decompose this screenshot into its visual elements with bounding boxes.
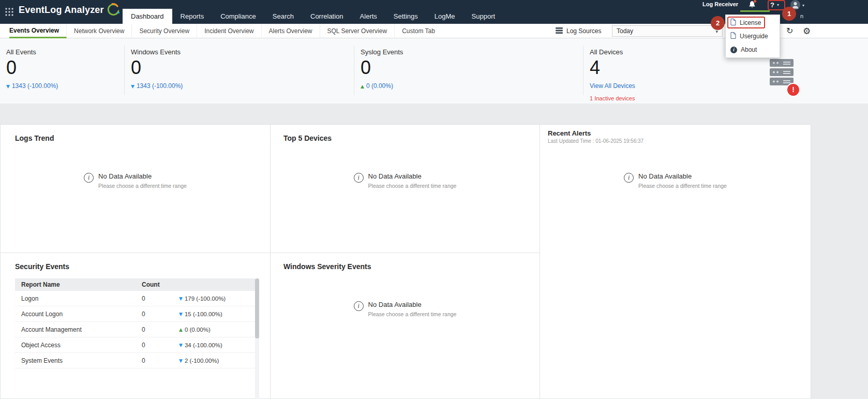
no-data-message: i No Data Available Please choose a diff… <box>540 172 811 189</box>
info-icon: i <box>624 173 634 183</box>
table-row: Logon0▼179 (-100.00%) <box>15 291 255 306</box>
stat-trend: ▼1343 (-100.00%) <box>131 82 183 90</box>
nav-item-alerts[interactable]: Alerts <box>352 9 385 24</box>
log-sources-button[interactable]: Log Sources <box>556 24 601 38</box>
no-data-message: i No Data Available Please choose a diff… <box>1 172 270 189</box>
no-data-message: i No Data Available Please choose a diff… <box>271 301 540 317</box>
menu-item-about[interactable]: i About <box>726 43 780 56</box>
inactive-devices-text: 1 Inactive devices <box>590 95 635 101</box>
stat-label: All Events <box>6 48 58 56</box>
report-count: 0 <box>142 295 179 302</box>
trend-up-icon: ▲ <box>361 84 364 89</box>
subtab-events-overview[interactable]: Events Overview <box>9 24 67 38</box>
no-data-title: No Data Available <box>368 172 457 180</box>
subtab-sql-server-overview[interactable]: SQL Server Overview <box>320 24 395 38</box>
report-name-link[interactable]: Account Management <box>15 326 142 333</box>
stat-value: 0 <box>361 58 403 78</box>
license-doc-icon <box>730 19 736 27</box>
nav-item-support[interactable]: Support <box>463 9 504 24</box>
stat-label: Syslog Events <box>361 48 403 56</box>
no-data-hint: Please choose a different time range <box>638 183 727 189</box>
time-range-value: Today <box>617 27 633 35</box>
stat-trend: ▲0 (0.00%) <box>361 82 403 90</box>
table-row: Account Logon0▼15 (-100.00%) <box>15 306 255 322</box>
refresh-icon[interactable]: ↻ <box>786 25 793 37</box>
panel-title: Recent Alerts <box>548 129 591 137</box>
subtab-network-overview[interactable]: Network Overview <box>67 24 132 38</box>
subtab-incident-overview[interactable]: Incident Overview <box>197 24 261 38</box>
nav-item-correlation[interactable]: Correlation <box>302 9 352 24</box>
report-name-link[interactable]: System Events <box>15 357 142 364</box>
annotation-step2-circle: 2 <box>711 16 725 30</box>
report-trend: ▼179 (-100.00%) <box>179 295 255 302</box>
subtab-security-overview[interactable]: Security Overview <box>132 24 197 38</box>
menu-item-license[interactable]: License <box>726 16 780 29</box>
stat-all-events: All Events 0 ▼1343 (-100.00%) <box>6 48 58 90</box>
help-question-icon: ? <box>770 1 774 9</box>
report-name-link[interactable]: Account Logon <box>15 311 142 318</box>
table-scrollbar-thumb[interactable] <box>255 278 259 338</box>
stat-label: Windows Events <box>131 48 183 56</box>
last-updated-text: Last Updated Time : 01-06-2025 19:56:37 <box>548 138 643 144</box>
panel-title: Windows Severity Events <box>283 262 371 271</box>
app-logo-text: EventLog Analyzer <box>19 5 104 16</box>
main-nav: DashboardReportsComplianceSearchCorrelat… <box>123 9 503 24</box>
info-icon: i <box>354 173 364 183</box>
menu-item-userguide[interactable]: Userguide <box>726 29 780 43</box>
log-receiver-button[interactable]: Log Receiver <box>702 1 738 7</box>
chevron-down-icon[interactable]: ▾ <box>802 3 804 8</box>
nav-item-logme[interactable]: LogMe <box>426 9 463 24</box>
log-sources-label: Log Sources <box>566 27 601 35</box>
table-row: System Events0▼2 (-100.00%) <box>15 353 255 368</box>
app-logo: EventLog Analyzer <box>19 5 119 20</box>
report-count: 0 <box>142 357 179 364</box>
active-indicator-underline <box>740 10 770 12</box>
stat-windows-events: Windows Events 0 ▼1343 (-100.00%) <box>131 48 183 90</box>
help-button[interactable]: ? ▾ <box>770 1 779 9</box>
trend-text: 34 (-100.00%) <box>185 342 222 348</box>
divider <box>124 46 125 95</box>
column-header-report-name: Report Name <box>15 281 142 288</box>
no-data-hint: Please choose a different time range <box>368 311 457 317</box>
annotation-step1-circle: 1 <box>782 7 796 21</box>
nav-item-compliance[interactable]: Compliance <box>212 9 264 24</box>
report-count: 0 <box>142 311 179 318</box>
time-range-select[interactable]: ▾ Today <box>612 25 723 37</box>
report-trend: ▲0 (0.00%) <box>179 327 255 333</box>
report-count: 0 <box>142 342 179 349</box>
nav-item-settings[interactable]: Settings <box>385 9 426 24</box>
trend-down-icon: ▼ <box>131 84 134 89</box>
nav-item-dashboard[interactable]: Dashboard <box>123 9 172 24</box>
panel-top-5-devices: Top 5 Devices i No Data Available Please… <box>270 124 540 253</box>
nav-item-search[interactable]: Search <box>264 9 302 24</box>
report-name-link[interactable]: Object Access <box>15 342 142 349</box>
apps-grid-icon[interactable] <box>5 7 14 19</box>
dashboard-subtabs: Events OverviewNetwork OverviewSecurity … <box>9 24 442 38</box>
subtab-alerts-overview[interactable]: Alerts Overview <box>262 24 320 38</box>
subtab-custom-tab[interactable]: Custom Tab <box>395 24 442 38</box>
trend-down-icon: ▼ <box>179 343 183 348</box>
table-header-row: Report Name Count <box>15 278 255 291</box>
gear-icon[interactable]: ⚙ <box>803 25 811 37</box>
stat-syslog-events: Syslog Events 0 ▲0 (0.00%) <box>361 48 403 90</box>
panel-windows-severity-events: Windows Severity Events i No Data Availa… <box>270 253 540 399</box>
report-name-link[interactable]: Logon <box>15 295 142 302</box>
security-events-table-body: Logon0▼179 (-100.00%)Account Logon0▼15 (… <box>15 291 255 368</box>
log-sources-icon <box>556 27 563 35</box>
stat-value: 4 <box>590 58 635 78</box>
trend-text: 0 (0.00%) <box>185 327 211 333</box>
menu-item-label: Userguide <box>740 33 768 40</box>
panel-title: Logs Trend <box>15 134 54 142</box>
view-all-devices-link[interactable]: View All Devices <box>590 82 635 90</box>
stat-all-devices: All Devices 4 View All Devices 1 Inactiv… <box>590 48 635 101</box>
security-events-table: Report Name Count Logon0▼179 (-100.00%)A… <box>15 278 255 368</box>
info-icon: i <box>84 173 94 183</box>
report-trend: ▼2 (-100.00%) <box>179 358 255 364</box>
about-info-icon: i <box>730 47 737 53</box>
no-data-hint: Please choose a different time range <box>98 183 187 189</box>
notifications-bell-icon[interactable] <box>749 1 758 9</box>
no-data-message: i No Data Available Please choose a diff… <box>271 172 540 189</box>
panel-title: Top 5 Devices <box>283 134 332 142</box>
no-data-hint: Please choose a different time range <box>368 183 457 189</box>
nav-item-reports[interactable]: Reports <box>172 9 213 24</box>
